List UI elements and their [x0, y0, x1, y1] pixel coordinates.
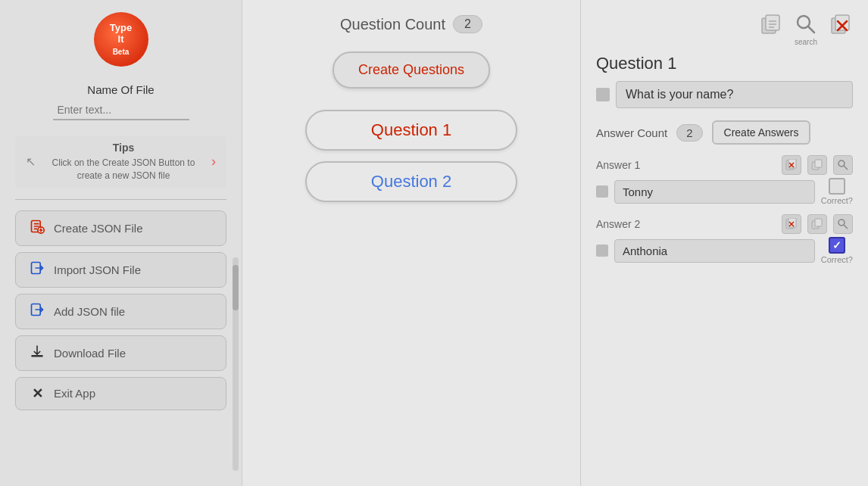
- tips-title: Tips: [39, 142, 208, 154]
- answer-1-block: Answer 1: [596, 155, 853, 205]
- tips-arrow-right[interactable]: ›: [208, 154, 219, 170]
- answer-2-text: Anthonia: [614, 239, 815, 263]
- svg-rect-21: [815, 160, 822, 167]
- sidebar: TypeItBeta Name Of File ↖ Tips Click on …: [0, 0, 242, 486]
- add-json-icon: [28, 302, 46, 321]
- svg-point-22: [838, 160, 845, 167]
- answer-1-copy-icon[interactable]: [807, 155, 827, 175]
- question-2-pill[interactable]: Question 2: [305, 161, 517, 202]
- answer-1-delete-icon[interactable]: [782, 155, 801, 175]
- svg-line-31: [844, 225, 848, 229]
- answer-1-correct-label: Correct?: [821, 196, 853, 205]
- search-icon-button[interactable]: search: [794, 12, 818, 46]
- add-json-label: Add JSON file: [54, 305, 125, 318]
- main-center: Question Count 2 Create Questions Questi…: [242, 0, 580, 486]
- question-drag-handle[interactable]: [596, 88, 610, 101]
- import-json-icon: [28, 260, 46, 279]
- answer-2-input-row: Anthonia Correct?: [596, 237, 853, 264]
- question-2-label: Question 2: [371, 172, 451, 191]
- question-count-badge: 2: [453, 15, 482, 33]
- question-count-label: Question Count: [340, 16, 445, 33]
- answer-1-header: Answer 1: [596, 155, 853, 175]
- question-1-label: Question 1: [371, 120, 451, 139]
- answer-1-label: Answer 1: [596, 159, 776, 171]
- name-of-file-label: Name Of File: [53, 83, 189, 96]
- question-text-box: What is your name?: [616, 81, 853, 108]
- create-json-icon: [28, 219, 46, 238]
- create-json-button[interactable]: Create JSON File: [15, 210, 226, 246]
- answer-count-badge: 2: [676, 124, 702, 142]
- answer-2-correct-checkbox[interactable]: [829, 237, 845, 254]
- exit-app-button[interactable]: ✕ Exit App: [15, 377, 226, 410]
- create-questions-button[interactable]: Create Questions: [333, 51, 490, 89]
- answer-count-label: Answer Count: [596, 126, 667, 139]
- answer-1-correct-checkbox[interactable]: [829, 178, 845, 195]
- svg-point-30: [838, 220, 845, 226]
- import-json-button[interactable]: Import JSON File: [15, 252, 226, 288]
- answer-2-block: Answer 2: [596, 214, 853, 264]
- svg-line-23: [844, 166, 848, 170]
- question-title: Question 1: [596, 54, 853, 73]
- tips-text: Click on the Create JSON Button to creat…: [39, 157, 208, 182]
- import-json-label: Import JSON File: [54, 263, 141, 276]
- answer-2-drag-handle[interactable]: [596, 245, 608, 257]
- svg-rect-4: [32, 355, 43, 357]
- sidebar-buttons: Create JSON File Import JSON File Add JS…: [15, 210, 226, 410]
- answer-count-row: Answer Count 2 Create Answers: [596, 120, 853, 145]
- svg-line-11: [808, 26, 814, 33]
- answer-1-correct-wrap: Correct?: [821, 178, 853, 205]
- question-count-row: Question Count 2: [340, 15, 482, 33]
- scrollbar-track[interactable]: [233, 257, 239, 471]
- logo-text: TypeItBeta: [110, 22, 132, 58]
- tips-section: ↖ Tips Click on the Create JSON Button t…: [15, 136, 226, 188]
- answer-1-text: Tonny: [614, 180, 815, 204]
- right-top-icons: search: [596, 12, 853, 46]
- answer-2-header: Answer 2: [596, 214, 853, 234]
- answer-2-correct-label: Correct?: [821, 255, 853, 264]
- question-1-pill[interactable]: Question 1: [305, 110, 517, 151]
- copy-icon-button[interactable]: [759, 12, 783, 46]
- answer-2-search-icon[interactable]: [833, 214, 853, 234]
- download-file-label: Download File: [54, 347, 126, 360]
- create-json-label: Create JSON File: [54, 222, 143, 235]
- svg-rect-29: [815, 219, 822, 226]
- download-icon: [28, 344, 46, 363]
- logo-circle: TypeItBeta: [94, 12, 148, 67]
- answer-2-delete-icon[interactable]: [782, 214, 801, 234]
- logo-container: TypeItBeta: [94, 12, 148, 67]
- add-json-button[interactable]: Add JSON file: [15, 294, 226, 329]
- download-file-button[interactable]: Download File: [15, 335, 226, 371]
- svg-rect-6: [766, 15, 779, 30]
- answer-1-drag-handle[interactable]: [596, 185, 608, 198]
- exit-app-label: Exit App: [54, 387, 95, 400]
- cursor-icon: ↖: [23, 154, 39, 169]
- delete-icon-button[interactable]: [829, 12, 853, 46]
- name-input[interactable]: [53, 101, 189, 120]
- exit-icon: ✕: [28, 385, 46, 402]
- svg-rect-13: [835, 15, 849, 30]
- answer-1-input-row: Tonny Correct?: [596, 178, 853, 205]
- divider: [15, 199, 226, 200]
- answer-2-correct-wrap: Correct?: [821, 237, 853, 264]
- create-answers-button[interactable]: Create Answers: [712, 120, 811, 145]
- scrollbar-thumb[interactable]: [233, 265, 239, 310]
- answer-2-label: Answer 2: [596, 218, 776, 230]
- search-label: search: [795, 38, 817, 46]
- question-display-row: What is your name?: [596, 81, 853, 108]
- right-panel: search Question 1 What is your name? Ans…: [580, 0, 868, 486]
- answer-1-search-icon[interactable]: [833, 155, 853, 175]
- answer-2-copy-icon[interactable]: [807, 214, 827, 234]
